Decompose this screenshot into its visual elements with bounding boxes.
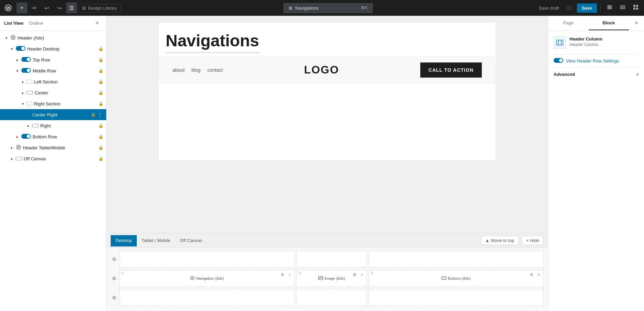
tree-toggle-header-tablet-mobile[interactable]: ▸ bbox=[8, 144, 15, 151]
header-nav-bar: about blog contact LOGO CALL TO ACTION bbox=[159, 56, 496, 84]
sidebar-item-header-desktop[interactable]: ▾ Header Desktop 🔒 bbox=[0, 43, 106, 54]
nav-adv-remove-button[interactable]: × bbox=[287, 272, 293, 278]
sidebar-close-button[interactable]: × bbox=[92, 19, 102, 28]
content-area: Navigations about blog contact LOGO CALL… bbox=[107, 16, 548, 311]
tree-toggle-header-adv[interactable]: ▾ bbox=[3, 34, 10, 41]
buttons-adv-icon bbox=[442, 276, 446, 280]
tree-toggle-bottom-row[interactable]: ▸ bbox=[14, 133, 21, 140]
tab-page[interactable]: Page bbox=[548, 16, 589, 30]
bottom-panel: Desktop Tablet / Mobile Off Canvas ▲ Mov… bbox=[107, 233, 548, 311]
move-to-top-button[interactable]: ▲ Move to top bbox=[481, 236, 519, 245]
view-settings-row[interactable]: View Header Row Settings bbox=[554, 54, 639, 67]
add-block-button[interactable]: + bbox=[16, 2, 27, 13]
sidebar-item-off-canvas[interactable]: ▸ Off Canvas 🔒 bbox=[0, 153, 106, 164]
grid-cell-3-2[interactable] bbox=[297, 289, 367, 306]
nav-link-contact[interactable]: contact bbox=[208, 67, 223, 73]
tree-toggle-off-canvas[interactable]: ▸ bbox=[8, 155, 15, 162]
sidebar-item-header-tablet-mobile[interactable]: ▸ Header Tablet/Mobile 🔒 bbox=[0, 142, 106, 153]
save-draft-button[interactable]: Save draft bbox=[536, 4, 562, 12]
design-library-icon: ⊞ bbox=[82, 5, 86, 11]
tools-button[interactable] bbox=[617, 2, 628, 13]
svg-rect-14 bbox=[636, 8, 638, 10]
buttons-adv-remove-button[interactable]: × bbox=[536, 272, 542, 278]
image-adv-remove-button[interactable]: × bbox=[359, 272, 365, 278]
row-2-settings-icon[interactable]: ⚙ bbox=[111, 276, 118, 281]
nav-link-about[interactable]: about bbox=[173, 67, 185, 73]
grid-row-1: ⚙ bbox=[111, 251, 544, 268]
row-3-settings-icon[interactable]: ⚙ bbox=[111, 295, 118, 300]
tree-toggle-right-section[interactable]: ▾ bbox=[19, 100, 26, 107]
header-logo: LOGO bbox=[223, 64, 420, 76]
redo-button[interactable]: ↪ bbox=[54, 2, 65, 13]
list-view-button[interactable]: ☰ bbox=[66, 2, 77, 13]
hide-label: Hide bbox=[530, 238, 539, 243]
tree-toggle-header-desktop[interactable]: ▾ bbox=[8, 45, 15, 52]
grid-cell-1-1[interactable] bbox=[120, 251, 295, 268]
blocks-panel-button[interactable] bbox=[630, 2, 641, 13]
tree-toggle-top-row[interactable]: ▸ bbox=[14, 56, 21, 63]
svg-rect-10 bbox=[620, 8, 625, 9]
design-library-button[interactable]: ⊞ Design Library bbox=[78, 4, 121, 12]
nav-title-bar[interactable]: ⊞ Navigations ⌘K bbox=[284, 3, 373, 13]
sidebar-item-center-right[interactable]: Center Right 🔒 ⋮ bbox=[0, 109, 106, 120]
advanced-header[interactable]: Advanced ▾ bbox=[554, 68, 639, 81]
editor-settings-button[interactable] bbox=[604, 2, 615, 13]
buttons-adv-label: Buttons (Adv) bbox=[442, 276, 471, 280]
edit-mode-button[interactable]: ✏ bbox=[29, 2, 40, 13]
center-right-options-button[interactable]: ⋮ bbox=[97, 111, 103, 118]
hide-icon: × bbox=[526, 238, 529, 243]
tree-toggle-right[interactable]: ▸ bbox=[25, 122, 32, 129]
image-adv-settings-button[interactable]: ⚙ bbox=[352, 272, 358, 278]
view-settings-label[interactable]: View Header Row Settings bbox=[566, 58, 639, 64]
tab-block[interactable]: Block bbox=[589, 16, 629, 30]
grid-cell-1-3[interactable] bbox=[369, 251, 544, 268]
tab-desktop[interactable]: Desktop bbox=[111, 235, 137, 246]
grid-row-2: ⚙ ⠿ ⚙ × bbox=[111, 270, 544, 287]
nav-link-blog[interactable]: blog bbox=[191, 67, 200, 73]
list-view-tab[interactable]: List View bbox=[4, 21, 23, 26]
row-1-settings-icon[interactable]: ⚙ bbox=[111, 256, 118, 262]
outline-tab[interactable]: Outline bbox=[29, 21, 43, 26]
sidebar-item-header-adv[interactable]: ▾ Header (Adv) bbox=[0, 32, 106, 43]
off-canvas-icon bbox=[16, 156, 22, 161]
header-tablet-mobile-label: Header Tablet/Mobile bbox=[23, 145, 98, 150]
sidebar-item-right-section[interactable]: ▾ Right Section 🔒 bbox=[0, 98, 106, 109]
buttons-adv-drag-icon: ⠿ bbox=[370, 272, 373, 276]
right-panel-close-button[interactable]: × bbox=[629, 20, 644, 27]
sidebar-item-right[interactable]: ▸ Right 🔒 bbox=[0, 120, 106, 131]
middle-row-icon bbox=[21, 68, 31, 74]
grid-cell-2-3[interactable]: ⠿ ⚙ × bbox=[369, 270, 544, 287]
wp-logo[interactable]: W bbox=[3, 2, 14, 13]
hide-button[interactable]: × Hide bbox=[522, 236, 544, 245]
tree-toggle-center[interactable]: ▸ bbox=[19, 89, 26, 96]
grid-row-3: ⚙ bbox=[111, 289, 544, 306]
svg-text:W: W bbox=[6, 6, 10, 11]
bottom-panel-tabs: Desktop Tablet / Mobile Off Canvas ▲ Mov… bbox=[107, 233, 548, 248]
grid-cell-2-1[interactable]: ⠿ ⚙ × bbox=[120, 270, 295, 287]
sidebar-item-middle-row[interactable]: ▾ Middle Row 🔒 bbox=[0, 65, 106, 76]
middle-row-lock-icon: 🔒 bbox=[98, 68, 103, 73]
nav-adv-settings-button[interactable]: ⚙ bbox=[279, 272, 286, 278]
tab-off-canvas[interactable]: Off Canvas bbox=[175, 235, 207, 246]
tree-toggle-left-section[interactable]: ▸ bbox=[19, 78, 26, 85]
buttons-adv-settings-button[interactable]: ⚙ bbox=[529, 272, 535, 278]
undo-button[interactable]: ↩ bbox=[41, 2, 52, 13]
sidebar-item-left-section[interactable]: ▸ Left Section 🔒 bbox=[0, 76, 106, 87]
svg-rect-12 bbox=[636, 5, 638, 7]
grid-cell-2-2[interactable]: ⠿ ⚙ × bbox=[297, 270, 367, 287]
tab-tablet-mobile[interactable]: Tablet / Mobile bbox=[137, 235, 175, 246]
cta-button[interactable]: CALL TO ACTION bbox=[420, 62, 482, 78]
redo-icon: ↪ bbox=[57, 5, 62, 11]
sidebar-item-center[interactable]: ▸ Center 🔒 bbox=[0, 87, 106, 98]
save-button[interactable]: Save bbox=[577, 3, 597, 13]
preview-button[interactable]: □ bbox=[564, 2, 575, 13]
grid-cell-3-1[interactable] bbox=[120, 289, 295, 306]
center-right-lock-icon: 🔒 bbox=[91, 112, 96, 117]
grid-cell-3-3[interactable] bbox=[369, 289, 544, 306]
sidebar-item-bottom-row[interactable]: ▸ Bottom Row 🔒 bbox=[0, 131, 106, 142]
sidebar-item-top-row[interactable]: ▸ Top Row 🔒 bbox=[0, 54, 106, 65]
nav-adv-label: Navigation (Adv) bbox=[190, 276, 224, 281]
grid-cell-1-2[interactable] bbox=[297, 251, 367, 268]
image-adv-drag-icon: ⠿ bbox=[298, 272, 301, 276]
tree-toggle-middle-row[interactable]: ▾ bbox=[14, 67, 21, 74]
